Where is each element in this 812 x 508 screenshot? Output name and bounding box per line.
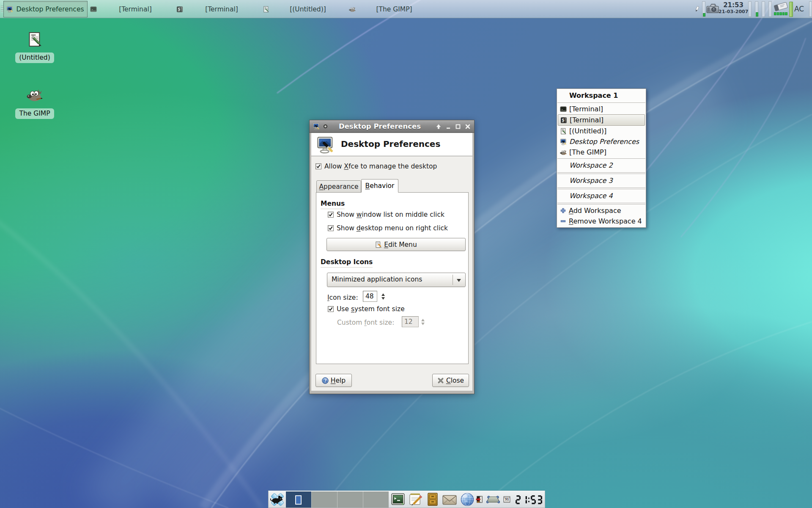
desktop-icon-gimp[interactable]: The GIMP: [9, 87, 60, 119]
icon-size-entry[interactable]: 48: [363, 291, 377, 302]
taskbar-button-label: [The GIMP]: [356, 6, 433, 13]
checkbox-checked[interactable]: [328, 306, 334, 312]
screen-terminal-icon: [560, 117, 567, 124]
tab-behavior[interactable]: Behavior: [361, 179, 398, 193]
pager-workspace-1[interactable]: [286, 491, 312, 508]
pager-workspace-3[interactable]: [337, 491, 363, 508]
dialog-header-title: Desktop Preferences: [341, 139, 440, 149]
window-list-menu: Workspace 1 [Terminal] [Terminal] [(Unti…: [557, 88, 646, 228]
menu-item-remove-workspace[interactable]: Remove Workspace 4: [557, 216, 646, 226]
checkbox-checked[interactable]: [315, 163, 321, 169]
icon-size-spinner[interactable]: [380, 291, 386, 302]
menu-item-terminal-1[interactable]: [Terminal]: [557, 104, 646, 114]
close-x-icon: [437, 377, 444, 384]
xfce-menu-launcher[interactable]: [270, 492, 285, 507]
workspace-pager[interactable]: [286, 491, 389, 508]
menu-separator: [557, 188, 645, 188]
shade-button[interactable]: [435, 123, 442, 130]
lcd-clock[interactable]: [516, 495, 543, 506]
menu-item-terminal-2[interactable]: [Terminal]: [558, 114, 645, 126]
spin-up-icon: [421, 319, 425, 321]
iconbox-icon[interactable]: [486, 496, 500, 503]
custom-font-size-label: Custom font size:: [337, 319, 394, 326]
stylus-icon: [694, 6, 700, 12]
menus-group-heading: Menus: [321, 200, 345, 209]
monitor-gauge: [748, 1, 752, 17]
desktop-icons-combo[interactable]: Minimized application icons: [327, 273, 466, 287]
desktop-icons-group-heading: Desktop Icons: [321, 258, 373, 268]
mail-launcher[interactable]: [442, 493, 457, 506]
checkbox-checked[interactable]: [328, 212, 334, 218]
close-button[interactable]: [464, 123, 471, 130]
menu-item-untitled[interactable]: [(Untitled)]: [557, 126, 646, 136]
window-title: Desktop Preferences: [327, 122, 432, 130]
top-panel: Desktop Preferences [Terminal] [Terminal…: [0, 0, 812, 18]
workspace-3-header[interactable]: Workspace 3: [557, 175, 646, 187]
help-button[interactable]: Help: [315, 374, 352, 387]
taskbar-button-terminal-2[interactable]: [Terminal]: [174, 1, 260, 17]
panel-clock[interactable]: 21:53 21-03-2007: [719, 1, 748, 14]
window-menu-button[interactable]: [324, 124, 327, 128]
text-editor-launcher[interactable]: [408, 492, 423, 507]
pager-workspace-4[interactable]: [363, 491, 389, 508]
network-signal-cells: [774, 12, 787, 15]
monitor-gauge: [809, 1, 812, 17]
show-desktop-menu-checkbox[interactable]: Show desktop menu on right click: [328, 224, 448, 232]
icon-size-label: Icon size:: [327, 294, 358, 301]
file-manager-launcher[interactable]: [426, 492, 439, 506]
show-window-list-label: Show window list on middle click: [337, 211, 444, 218]
camera-icon[interactable]: [706, 3, 719, 14]
menu-item-add-workspace[interactable]: Add Workspace: [557, 205, 646, 216]
taskbar-button-desktop-preferences[interactable]: Desktop Preferences: [3, 1, 88, 17]
menu-item-desktop-preferences[interactable]: Desktop Preferences: [557, 136, 646, 147]
minimize-button[interactable]: [445, 123, 452, 130]
menu-separator: [557, 102, 645, 103]
edit-menu-button[interactable]: Edit Menu: [326, 238, 466, 251]
quit-launcher[interactable]: [476, 496, 483, 503]
menu-item-gimp[interactable]: [The GIMP]: [557, 147, 646, 157]
dialog-header: Desktop Preferences: [311, 133, 472, 156]
show-window-list-checkbox[interactable]: Show window list on middle click: [328, 211, 444, 218]
terminal-launcher[interactable]: [390, 492, 406, 506]
use-system-font-checkbox[interactable]: Use system font size: [328, 305, 405, 313]
terminal-icon: [90, 6, 97, 13]
web-browser-launcher[interactable]: [460, 492, 475, 507]
power-status-label: AC: [794, 5, 804, 13]
workspace-4-header[interactable]: Workspace 4: [557, 190, 646, 202]
pager-workspace-2[interactable]: [312, 491, 337, 508]
window-titlebar[interactable]: Desktop Preferences: [310, 120, 474, 133]
terminal-icon: [560, 106, 567, 113]
show-desktop-menu-label: Show desktop menu on right click: [337, 224, 448, 232]
custom-font-size-spinner: [420, 316, 426, 327]
edit-menu-icon: [375, 241, 382, 248]
gimp-icon: [349, 6, 356, 13]
checkbox-checked[interactable]: [328, 225, 334, 231]
network-card-icon: [773, 1, 788, 12]
text-note-icon: [263, 6, 269, 13]
monitor-gauge: [768, 1, 772, 17]
menu-separator: [557, 158, 645, 159]
spin-down-icon: [421, 323, 425, 325]
taskbar-button-label: Desktop Preferences: [13, 6, 87, 13]
workspace-2-header[interactable]: Workspace 2: [557, 160, 646, 171]
help-button-label: Help: [331, 377, 346, 384]
taskbar-button-gimp[interactable]: [The GIMP]: [346, 1, 433, 17]
chevron-down-icon: [457, 279, 461, 282]
desktop-icon-untitled[interactable]: (Untitled): [9, 31, 60, 63]
menu-separator: [557, 203, 645, 203]
taskbar-button-label: [(Untitled)]: [269, 6, 346, 13]
tab-appearance[interactable]: Appearance: [316, 180, 361, 193]
taskbar-button-untitled[interactable]: [(Untitled)]: [260, 1, 346, 17]
close-button[interactable]: Close: [432, 374, 469, 387]
desktop-preferences-icon: [6, 6, 13, 13]
panel-clock-date: 21-03-2007: [719, 9, 748, 14]
pager-window: [295, 495, 302, 505]
allow-xfce-checkbox[interactable]: Allow Xfce to manage the desktop: [315, 163, 437, 170]
taskbar-button-terminal-1[interactable]: [Terminal]: [88, 1, 174, 17]
maximize-button[interactable]: [455, 123, 461, 130]
add-icon: [560, 207, 566, 214]
bottom-panel: [268, 491, 545, 508]
menu-separator: [557, 204, 645, 204]
taskbar-button-label: [Terminal]: [183, 6, 260, 13]
calendar-icon[interactable]: [503, 496, 510, 503]
